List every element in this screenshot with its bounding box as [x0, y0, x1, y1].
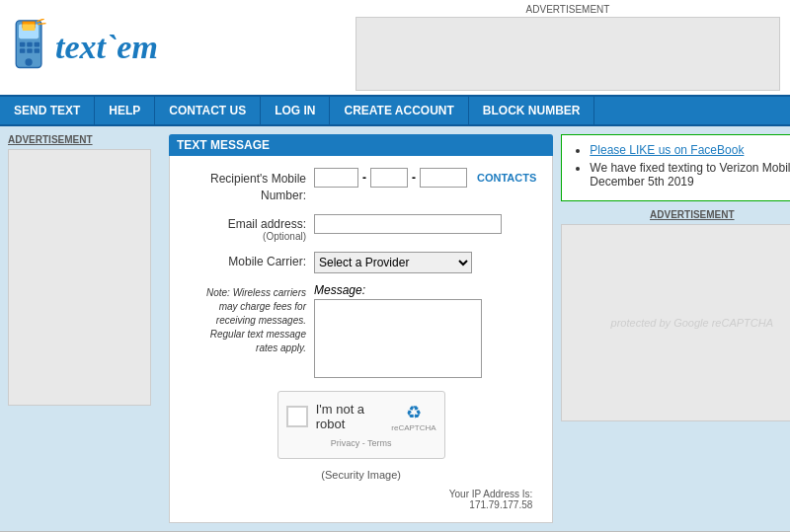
- svg-rect-6: [20, 48, 26, 53]
- svg-point-2: [25, 58, 32, 65]
- nav-help[interactable]: HELP: [95, 97, 155, 124]
- logo-phone-icon: [10, 19, 49, 76]
- svg-rect-3: [20, 42, 26, 47]
- message-field-wrapper: Message:: [314, 283, 482, 381]
- right-sidebar: Please LIKE us on FaceBook We have fixed…: [561, 134, 790, 523]
- phone-area-code[interactable]: [314, 168, 358, 188]
- recipient-label: Recipient's Mobile Number:: [186, 168, 314, 204]
- recaptcha-inner: I'm not a robot ♻ reCAPTCHA: [286, 402, 436, 432]
- recaptcha-logo: ♻ reCAPTCHA: [391, 402, 435, 432]
- header-ad-box: [356, 17, 780, 91]
- form-body: Recipient's Mobile Number: - - CONTACTS …: [169, 156, 553, 523]
- nav-block-number[interactable]: BLOCK NUMBER: [469, 97, 595, 124]
- email-input[interactable]: [314, 214, 502, 234]
- center-panel: TEXT MESSAGE Recipient's Mobile Number: …: [169, 134, 553, 523]
- svg-rect-5: [35, 42, 40, 47]
- sidebar-ad-box: [8, 149, 151, 406]
- message-input[interactable]: [314, 299, 482, 378]
- carrier-row: Mobile Carrier: Select a Provider AT&T V…: [186, 252, 536, 273]
- header: text`em ADVERTISEMENT: [0, 0, 790, 95]
- ip-info: Your IP Address Is: 171.79.177.58: [186, 489, 536, 510]
- form-header: TEXT MESSAGE: [169, 134, 553, 156]
- recaptcha-label: I'm not a robot: [316, 402, 384, 431]
- message-note: Note: Wireless carriers may charge fees …: [186, 283, 314, 355]
- notice-text-2: We have fixed texting to Verizon Mobile …: [590, 161, 790, 189]
- svg-rect-8: [35, 48, 40, 53]
- sidebar-ad-label: ADVERTISEMENT: [8, 134, 161, 145]
- svg-rect-10: [23, 25, 36, 31]
- main-content: ADVERTISEMENT TEXT MESSAGE Recipient's M…: [0, 126, 790, 531]
- nav-contact-us[interactable]: CONTACT US: [155, 97, 261, 124]
- main-nav: SEND TEXT HELP CONTACT US LOG IN CREATE …: [0, 95, 790, 126]
- logo-text: text`em: [55, 29, 158, 66]
- notice-item-2: We have fixed texting to Verizon Mobile …: [590, 161, 790, 189]
- phone-prefix[interactable]: [370, 168, 408, 188]
- recaptcha-container: I'm not a robot ♻ reCAPTCHA Privacy - Te…: [186, 391, 536, 459]
- phone-inputs: - - CONTACTS: [314, 168, 536, 188]
- left-sidebar: ADVERTISEMENT: [8, 134, 161, 523]
- notice-box: Please LIKE us on FaceBook We have fixed…: [561, 134, 790, 201]
- recipient-row: Recipient's Mobile Number: - - CONTACTS: [186, 168, 536, 204]
- right-ad-box: protected by Google reCAPTCHA: [561, 224, 790, 421]
- notice-item-1: Please LIKE us on FaceBook: [590, 143, 790, 157]
- recaptcha-icon: ♻: [406, 402, 422, 423]
- google-protected-text: protected by Google reCAPTCHA: [611, 317, 773, 329]
- svg-rect-4: [27, 42, 33, 47]
- phone-line[interactable]: [420, 168, 467, 188]
- security-image-label: (Security Image): [186, 469, 536, 481]
- recaptcha-footer: Privacy - Terms: [331, 438, 392, 448]
- svg-rect-7: [27, 48, 33, 53]
- message-label: Message:: [314, 283, 482, 297]
- header-ad-area: ADVERTISEMENT: [356, 4, 780, 91]
- recaptcha-box: I'm not a robot ♻ reCAPTCHA Privacy - Te…: [277, 391, 445, 459]
- contacts-link[interactable]: CONTACTS: [477, 172, 536, 184]
- ip-value: 171.79.177.58: [469, 499, 532, 510]
- carrier-select[interactable]: Select a Provider AT&T Verizon T-Mobile …: [314, 252, 472, 273]
- notice-link-1[interactable]: Please LIKE us on FaceBook: [590, 143, 744, 157]
- notice-list: Please LIKE us on FaceBook We have fixed…: [572, 143, 790, 189]
- logo-area: text`em: [10, 19, 158, 76]
- right-ad-label: ADVERTISEMENT: [561, 209, 790, 220]
- recaptcha-checkbox[interactable]: [286, 406, 308, 427]
- carrier-label: Mobile Carrier:: [186, 252, 314, 268]
- nav-send-text[interactable]: SEND TEXT: [0, 97, 95, 124]
- nav-create-account[interactable]: CREATE ACCOUNT: [330, 97, 468, 124]
- email-label: Email address: (Optional): [186, 214, 314, 242]
- ad-top-label: ADVERTISEMENT: [356, 4, 780, 15]
- nav-log-in[interactable]: LOG IN: [261, 97, 330, 124]
- message-row: Note: Wireless carriers may charge fees …: [186, 283, 536, 381]
- recaptcha-brand: reCAPTCHA: [391, 423, 435, 432]
- svg-line-12: [38, 24, 45, 25]
- email-row: Email address: (Optional): [186, 214, 536, 242]
- ip-label: Your IP Address Is:: [449, 489, 533, 499]
